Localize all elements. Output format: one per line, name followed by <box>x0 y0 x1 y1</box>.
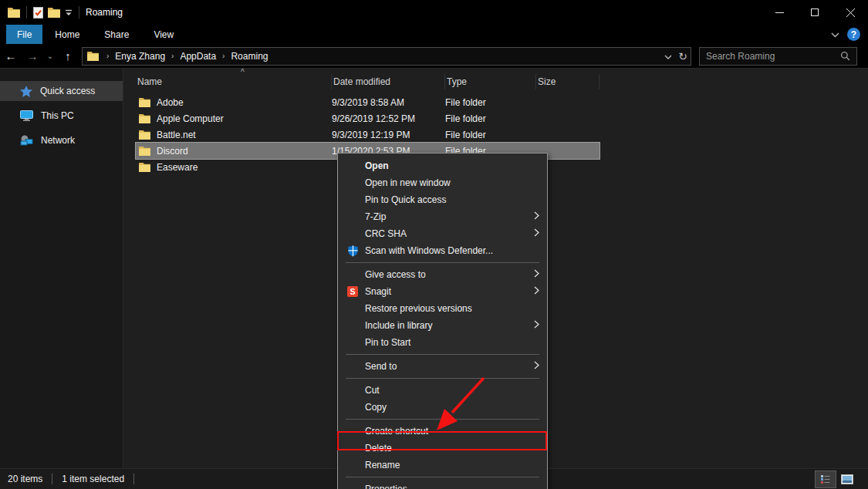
file-name: Apple Computer <box>157 113 224 124</box>
refresh-icon[interactable]: ↻ <box>678 50 687 62</box>
file-row-apple-computer[interactable]: Apple Computer9/26/2019 12:52 PMFile fol… <box>136 110 599 126</box>
context-menu-item-pin-to-quick-access[interactable]: Pin to Quick access <box>338 191 547 208</box>
minimize-button[interactable] <box>762 0 797 25</box>
folder-icon <box>139 130 150 140</box>
window-title: Roaming <box>86 7 123 18</box>
column-header-date-modified[interactable]: Date modified <box>332 74 445 89</box>
file-name: Adobe <box>157 97 184 108</box>
help-icon[interactable]: ? <box>847 28 860 41</box>
tab-view[interactable]: View <box>141 25 186 44</box>
snagit-icon: S <box>347 286 358 297</box>
file-row-adobe[interactable]: Adobe9/3/2019 8:58 AMFile folder <box>136 94 599 110</box>
address-bar: ← → ⌄ ↑ › Enya Zhang › AppData › Roaming… <box>0 44 868 68</box>
items-count: 20 items <box>8 474 42 484</box>
context-menu-item-rename[interactable]: Rename <box>338 457 547 474</box>
ribbon-tab-bar: File Home Share View ? <box>0 25 868 44</box>
address-breadcrumb-box[interactable]: › Enya Zhang › AppData › Roaming ↻ <box>82 47 691 66</box>
breadcrumb-appdata[interactable]: AppData <box>180 51 216 62</box>
tab-file-label: File <box>17 29 32 40</box>
context-menu-item-open[interactable]: Open <box>338 157 547 174</box>
submenu-chevron-icon <box>534 361 539 369</box>
column-headers: Name Date modified Type Size <box>123 69 868 94</box>
context-menu-item-label: Copy <box>365 402 539 413</box>
submenu-chevron-icon <box>534 286 539 295</box>
details-view-button[interactable] <box>816 471 836 487</box>
sidebar-item-this-pc[interactable]: This PC <box>0 106 123 126</box>
context-menu-item-label: Open <box>365 160 539 171</box>
tab-home-label: Home <box>55 29 79 40</box>
sidebar-item-quick-access[interactable]: Quick access <box>0 81 123 101</box>
star-icon <box>20 86 32 97</box>
back-button[interactable]: ← <box>0 49 22 62</box>
tab-file[interactable]: File <box>6 25 42 44</box>
file-row-battle-net[interactable]: Battle.net9/3/2019 12:19 PMFile folder <box>136 126 599 143</box>
tab-home[interactable]: Home <box>42 25 92 44</box>
submenu-chevron-icon <box>534 211 539 220</box>
address-dropdown-chevron-icon[interactable] <box>664 51 672 62</box>
context-menu-item-label: Cut <box>365 385 539 396</box>
title-bar: Roaming <box>0 0 868 25</box>
navigation-pane: Quick accessThis PCNetwork <box>0 69 123 468</box>
explorer-folder-icon <box>8 7 20 18</box>
context-menu-item-label: Pin to Quick access <box>365 194 539 205</box>
sidebar-item-network[interactable]: Network <box>0 130 123 150</box>
search-input[interactable]: Search Roaming <box>699 47 857 66</box>
context-menu-item-crc-sha[interactable]: CRC SHA <box>338 225 547 242</box>
context-menu-item-properties[interactable]: Properties <box>338 481 547 489</box>
customize-toolbar-chevron-icon[interactable] <box>65 9 73 16</box>
context-menu-item-open-in-new-window[interactable]: Open in new window <box>338 174 547 191</box>
file-type: File folder <box>445 130 536 140</box>
context-menu-item-include-in-library[interactable]: Include in library <box>338 317 547 334</box>
column-header-size[interactable]: Size <box>536 74 599 89</box>
toolbar-divider <box>79 6 79 19</box>
breadcrumb-chevron-icon: › <box>216 52 231 60</box>
context-menu-item-cut[interactable]: Cut <box>338 382 547 399</box>
status-divider <box>52 474 52 484</box>
context-menu-item-scan-with-windows-defender[interactable]: Scan with Windows Defender... <box>338 242 547 259</box>
new-folder-icon[interactable] <box>48 7 60 18</box>
breadcrumb-chevron-icon: › <box>165 52 180 60</box>
tab-share[interactable]: Share <box>92 25 141 44</box>
context-menu-separator <box>346 354 539 355</box>
expand-ribbon-chevron-icon[interactable] <box>831 30 839 39</box>
up-button[interactable]: ↑ <box>57 49 79 62</box>
windows-defender-icon <box>347 245 359 257</box>
submenu-chevron-icon <box>534 228 539 237</box>
context-menu-item-restore-previous-versions[interactable]: Restore previous versions <box>338 300 547 317</box>
file-name: Battle.net <box>157 130 196 140</box>
view-toggles <box>816 471 860 487</box>
forward-button[interactable]: → <box>22 49 43 62</box>
file-date-modified: 9/3/2019 12:19 PM <box>332 130 445 140</box>
context-menu-item-label: 7-Zip <box>365 211 534 222</box>
column-header-type[interactable]: Type <box>445 74 536 89</box>
file-type: File folder <box>445 113 536 124</box>
folder-icon <box>139 97 150 107</box>
context-menu-item-give-access-to[interactable]: Give access to <box>338 266 547 283</box>
maximize-icon <box>811 8 819 16</box>
breadcrumb-enya-zhang[interactable]: Enya Zhang <box>115 51 165 62</box>
context-menu-item-snagit[interactable]: SSnagit <box>338 283 547 300</box>
tab-view-label: View <box>154 29 174 40</box>
context-menu-item-label: Give access to <box>365 269 534 280</box>
context-menu-item-pin-to-start[interactable]: Pin to Start <box>338 334 547 351</box>
context-menu-item-label: Properties <box>365 484 539 489</box>
context-menu-item-send-to[interactable]: Send to <box>338 358 547 375</box>
ribbon-right-controls: ? <box>831 25 868 44</box>
maximize-button[interactable] <box>797 0 833 25</box>
search-icon[interactable] <box>840 51 850 61</box>
context-menu-item-label: Rename <box>365 460 539 470</box>
context-menu-item-copy[interactable]: Copy <box>338 399 547 416</box>
monitor-icon <box>20 110 33 121</box>
properties-check-icon[interactable] <box>33 7 43 19</box>
context-menu-separator <box>346 419 539 420</box>
close-button[interactable] <box>833 0 868 25</box>
column-header-name[interactable]: Name <box>136 74 332 89</box>
thumbnail-view-button[interactable] <box>837 471 857 487</box>
context-menu-item-label: Snagit <box>365 286 534 297</box>
context-menu-item-7-zip[interactable]: 7-Zip <box>338 208 547 225</box>
quick-access-toolbar <box>0 6 81 19</box>
breadcrumb-roaming[interactable]: Roaming <box>231 51 268 62</box>
folder-icon <box>139 162 150 172</box>
recent-locations-chevron-icon[interactable]: ⌄ <box>43 52 57 60</box>
context-menu-item-label: CRC SHA <box>365 228 534 239</box>
